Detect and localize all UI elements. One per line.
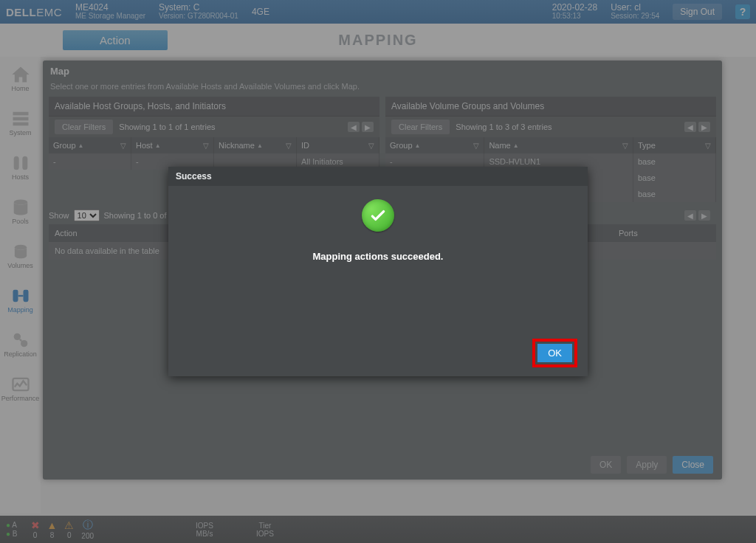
hosts-col-id[interactable]: ID▽ [297,137,379,153]
volumes-panel-title: Available Volume Groups and Volumes [385,97,716,117]
map-close-button[interactable]: Close [673,456,713,474]
mbs-label: MB/s [196,530,213,538]
hosts-prev-arrow[interactable]: ◀ [348,122,360,132]
volumes-col-name[interactable]: Name▲▽ [484,137,633,153]
filter-icon: ▽ [203,142,209,150]
sidebar-label-hosts: Hosts [12,173,29,181]
volumes-table-header: Group▲▽ Name▲▽ Type▽ [385,137,716,153]
volumes-next-arrow[interactable]: ▶ [698,122,710,132]
sidebar-label-mapping: Mapping [7,306,33,314]
volumes-showing-text: Showing 1 to 3 of 3 entries [456,122,551,131]
replication-icon [9,330,32,350]
endpoint-value: 4GE [252,7,269,17]
volumes-col-type[interactable]: Type▽ [633,137,716,153]
session-value: Session: 29:54 [611,13,659,21]
sidebar-label-home: Home [11,85,29,92]
hosts-next-arrow[interactable]: ▶ [362,122,374,132]
error-icon: ✖ [31,519,40,531]
mapped-nav-arrows: ◀ ▶ [684,210,710,221]
sign-out-button[interactable]: Sign Out [673,4,722,20]
sidebar-item-replication[interactable]: Replication [4,330,37,358]
hosts-col-group[interactable]: Group▲▽ [49,137,131,153]
success-modal: Success Mapping actions succeeded. OK [168,167,588,376]
volumes-clear-filters-button[interactable]: Clear Filters [391,120,450,134]
status-alert[interactable]: ⚠0 [64,519,74,539]
time-value: 10:53:13 [552,13,597,21]
status-icons: ✖0 ▲8 ⚠0 ⓘ200 [31,519,94,540]
sidebar-item-hosts[interactable]: Hosts [9,153,32,181]
controller-a: A [6,521,18,529]
svg-point-10 [21,340,27,347]
endpoint-info: 4GE [252,7,269,17]
product-info: ME4024 ME Storage Manager [75,3,145,20]
success-ok-highlight: OK [532,339,577,367]
help-button[interactable]: ? [735,4,750,19]
brand-emc: EMC [36,6,62,18]
svg-point-6 [14,245,26,250]
success-modal-body: Mapping actions succeeded. [168,186,588,262]
sidebar-label-volumes: Volumes [7,262,33,269]
status-error[interactable]: ✖0 [31,519,40,539]
filter-icon: ▽ [622,142,628,150]
info-icon: ⓘ [83,519,93,532]
filter-icon: ▽ [368,142,374,150]
vol-cell: base [633,186,716,202]
top-header: DELLEMC ME4024 ME Storage Manager System… [0,0,756,24]
mapped-prev-arrow[interactable]: ◀ [684,210,696,221]
filter-icon: ▽ [286,142,292,150]
vol-cell: base [633,170,716,186]
svg-rect-0 [13,112,28,116]
map-apply-button[interactable]: Apply [627,456,667,474]
sidebar-label-performance: Performance [1,395,40,402]
status-warn[interactable]: ▲8 [47,519,58,539]
volumes-col-group[interactable]: Group▲▽ [385,137,484,153]
success-check-icon [362,199,394,232]
sidebar-item-performance[interactable]: Performance [1,374,40,402]
sidebar-item-volumes[interactable]: Volumes [7,241,33,269]
datetime-info: 2020-02-28 10:53:13 [552,3,597,20]
filter-icon: ▽ [120,142,126,150]
svg-rect-7 [13,290,18,302]
svg-rect-8 [23,290,28,302]
mapped-next-arrow[interactable]: ▶ [698,210,710,221]
svg-rect-2 [13,122,28,126]
hosts-panel-title: Available Host Groups, Hosts, and Initia… [49,97,379,117]
hosts-clear-filters-button[interactable]: Clear Filters [55,120,113,134]
show-select[interactable]: 10 [74,210,100,221]
controller-b: B [6,530,18,538]
iops-label: IOPS [196,522,213,530]
vol-cell: base [633,153,716,170]
product-subtitle: ME Storage Manager [75,13,145,21]
app-root: DELLEMC ME4024 ME Storage Manager System… [0,0,756,543]
sidebar-label-system: System [9,129,31,136]
sidebar-item-mapping[interactable]: Mapping [7,286,33,314]
success-message: Mapping actions succeeded. [313,251,444,262]
filter-icon: ▽ [473,142,479,150]
page-title: MAPPING [338,32,417,49]
user-info: User: cl Session: 29:54 [611,3,659,20]
map-dialog-instruction: Select one or more entries from Availabl… [43,82,722,97]
volumes-filter-row: Clear Filters Showing 1 to 3 of 3 entrie… [385,117,716,137]
status-info[interactable]: ⓘ200 [81,519,94,540]
sidebar-label-pools: Pools [12,218,29,225]
hosts-col-nickname[interactable]: Nickname▲▽ [214,137,297,153]
svg-point-5 [13,200,27,205]
hosts-showing-text: Showing 1 to 1 of 1 entries [119,122,215,131]
success-ok-button[interactable]: OK [537,344,572,362]
success-modal-footer: OK [532,339,577,367]
action-button[interactable]: Action [63,30,168,50]
sidebar-item-pools[interactable]: Pools [9,197,32,225]
success-modal-title: Success [168,167,588,186]
hosts-nav-arrows: ◀ ▶ [348,122,374,132]
hosts-col-host[interactable]: Host▲▽ [131,137,214,153]
mapped-col-ports[interactable]: Ports [613,224,716,242]
filter-icon: ▽ [705,142,711,150]
sidebar-item-home[interactable]: Home [9,64,32,92]
map-ok-button[interactable]: OK [591,456,621,474]
status-iops: IOPS MB/s [196,522,213,538]
sidebar-item-system[interactable]: System [9,108,32,136]
sort-icon: ▲ [78,142,84,149]
hosts-icon [9,153,32,173]
svg-point-9 [13,333,20,340]
volumes-prev-arrow[interactable]: ◀ [684,122,696,132]
